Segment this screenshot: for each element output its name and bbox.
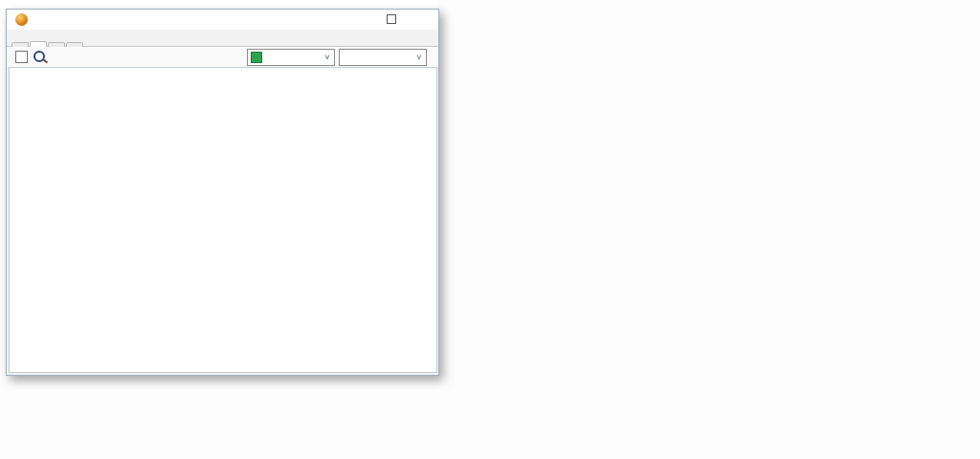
chevron-down-icon: ˅ <box>412 53 426 62</box>
magnifier-icon <box>33 51 45 62</box>
zoom-checkbox[interactable] <box>15 51 28 63</box>
elevation-profile-panel <box>9 67 437 373</box>
minimize-button[interactable] <box>344 10 375 30</box>
maximize-button[interactable] <box>375 10 407 30</box>
window-titlebar[interactable] <box>7 10 438 30</box>
desktop: { "background_window": { "partial_title"… <box>0 0 980 459</box>
track-properties-window: ˅ ˅ <box>6 9 439 376</box>
tab-grafico[interactable] <box>30 41 47 47</box>
secondary-select[interactable]: ˅ <box>339 49 427 66</box>
series-select[interactable]: ˅ <box>247 49 335 66</box>
chart-toolbar: ˅ ˅ <box>7 47 438 69</box>
tab-bar <box>7 30 438 47</box>
app-icon <box>15 13 28 26</box>
elevation-profile-chart[interactable] <box>10 68 434 370</box>
close-button[interactable] <box>407 10 438 30</box>
series-color-swatch <box>251 52 262 63</box>
chevron-down-icon: ˅ <box>321 53 334 62</box>
background-window-title <box>0 0 438 9</box>
maximize-icon <box>387 14 396 24</box>
